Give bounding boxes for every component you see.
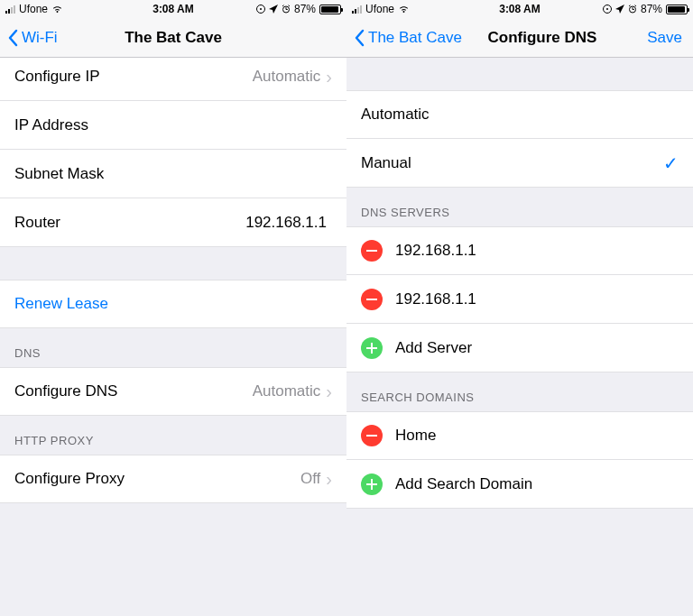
nav-bar: The Bat Cave Configure DNS Save — [346, 18, 693, 58]
subnet-mask-row: Subnet Mask — [0, 150, 346, 198]
configure-ip-row[interactable]: Configure IP Automatic › — [0, 58, 346, 101]
remove-icon[interactable] — [361, 425, 383, 446]
manual-option[interactable]: Manual ✓ — [346, 139, 693, 188]
chevron-left-icon — [354, 29, 365, 47]
ip-address-label: IP Address — [14, 116, 332, 134]
renew-lease-label: Renew Lease — [14, 295, 332, 313]
automatic-option[interactable]: Automatic — [346, 90, 693, 139]
chevron-right-icon: › — [326, 382, 332, 400]
settings-list[interactable]: Configure IP Automatic › IP Address Subn… — [0, 58, 346, 616]
dns-server-value: 192.168.1.1 — [395, 242, 679, 260]
orientation-lock-icon — [256, 5, 265, 14]
clock: 3:08 AM — [0, 3, 346, 15]
http-proxy-section-header: HTTP PROXY — [0, 416, 346, 455]
ip-address-row: IP Address — [0, 101, 346, 150]
configure-dns-label: Configure DNS — [14, 382, 253, 400]
remove-icon[interactable] — [361, 240, 383, 262]
add-search-domain-button[interactable]: Add Search Domain — [346, 460, 693, 509]
dns-server-row[interactable]: 192.168.1.1 — [346, 226, 693, 275]
chevron-right-icon: › — [326, 68, 332, 86]
dns-section-header: DNS — [0, 328, 346, 367]
dns-config-list[interactable]: Automatic Manual ✓ DNS SERVERS 192.168.1… — [346, 58, 693, 616]
orientation-lock-icon — [603, 5, 612, 14]
configure-proxy-row[interactable]: Configure Proxy Off › — [0, 455, 346, 503]
status-bar: Ufone 3:08 AM 87% — [346, 0, 693, 18]
add-server-label: Add Server — [395, 339, 679, 357]
battery-icon — [319, 5, 341, 14]
configure-ip-value: Automatic — [253, 68, 321, 86]
add-server-button[interactable]: Add Server — [346, 324, 693, 372]
configure-dns-value: Automatic — [253, 382, 321, 400]
save-button[interactable]: Save — [647, 29, 682, 47]
search-domain-row[interactable]: Home — [346, 411, 693, 460]
chevron-right-icon: › — [326, 470, 332, 488]
left-screen: Ufone 3:08 AM 87% Wi-Fi The Bat Cave Con… — [0, 0, 346, 616]
configure-ip-label: Configure IP — [14, 68, 253, 86]
dns-servers-section-header: DNS SERVERS — [346, 188, 693, 226]
configure-proxy-label: Configure Proxy — [14, 470, 300, 488]
nav-bar: Wi-Fi The Bat Cave — [0, 18, 346, 58]
clock: 3:08 AM — [346, 3, 693, 15]
battery-icon — [666, 5, 688, 14]
back-button[interactable]: The Bat Cave — [354, 29, 462, 47]
configure-proxy-value: Off — [300, 470, 320, 488]
dns-server-row[interactable]: 192.168.1.1 — [346, 275, 693, 324]
back-label: The Bat Cave — [368, 29, 462, 47]
right-screen: Ufone 3:08 AM 87% The Bat Cave Configure… — [346, 0, 693, 616]
back-label: Wi-Fi — [22, 29, 58, 47]
manual-label: Manual — [361, 154, 663, 172]
add-icon[interactable] — [361, 473, 383, 495]
add-icon[interactable] — [361, 337, 383, 359]
search-domains-section-header: SEARCH DOMAINS — [346, 372, 693, 411]
router-row: Router 192.168.1.1 — [0, 198, 346, 247]
configure-dns-row[interactable]: Configure DNS Automatic › — [0, 367, 346, 416]
renew-lease-button[interactable]: Renew Lease — [0, 280, 346, 328]
back-button[interactable]: Wi-Fi — [7, 29, 58, 47]
automatic-label: Automatic — [361, 106, 679, 124]
status-bar: Ufone 3:08 AM 87% — [0, 0, 346, 18]
dns-server-value: 192.168.1.1 — [395, 290, 679, 308]
add-search-domain-label: Add Search Domain — [395, 475, 679, 493]
search-domain-value: Home — [395, 427, 679, 445]
chevron-left-icon — [7, 29, 18, 47]
remove-icon[interactable] — [361, 289, 383, 310]
checkmark-icon: ✓ — [663, 152, 679, 174]
router-label: Router — [14, 214, 245, 232]
router-value: 192.168.1.1 — [245, 214, 327, 232]
subnet-mask-label: Subnet Mask — [14, 165, 332, 183]
